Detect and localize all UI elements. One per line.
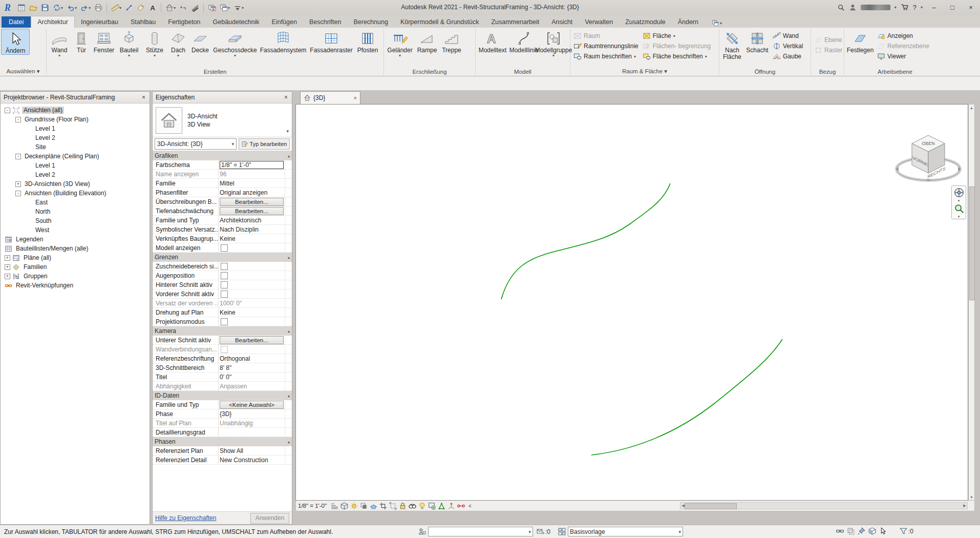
scroll-down-icon[interactable]: ▼ <box>969 494 974 500</box>
show-constraints-button[interactable] <box>457 502 465 510</box>
show-analytical-model-button[interactable] <box>437 502 446 510</box>
section-collapse-chevron-icon[interactable]: ▴ <box>288 154 290 158</box>
ribbon-button-vertikal[interactable]: Vertikal <box>771 41 805 51</box>
property-input-focused[interactable]: 1/8" = 1'-0" <box>220 161 284 169</box>
property-value[interactable]: Anpassen <box>218 382 285 390</box>
dropdown-chevron-icon[interactable]: ▾ <box>552 54 555 57</box>
view-scale-button[interactable]: 1/8" = 1'-0" <box>296 503 330 509</box>
section-collapse-chevron-icon[interactable]: ▴ <box>288 394 290 398</box>
ribbon-tab-ansicht[interactable]: Ansicht <box>545 16 579 28</box>
qat-default-3d-view-button[interactable]: ▾ <box>164 2 177 14</box>
worksets-icon[interactable] <box>418 527 427 536</box>
maximize-button[interactable]: □ <box>945 2 960 13</box>
tree-item-deckenpl-ne-ceiling-plan-[interactable]: -Deckenpläne (Ceiling Plan) <box>1 152 150 161</box>
select-by-face-toggle[interactable] <box>868 527 877 535</box>
tree-item-grundrisse-floor-plan-[interactable]: -Grundrisse (Floor Plan) <box>1 115 150 124</box>
tree-expander-icon[interactable]: - <box>15 117 21 122</box>
view-tab-close-icon[interactable]: × <box>354 95 357 101</box>
user-menu-chevron-icon[interactable]: ▾ <box>894 6 897 9</box>
view-tab-3d[interactable]: {3D} × <box>300 91 360 104</box>
ribbon-tab-verwalten[interactable]: Verwalten <box>579 16 619 28</box>
temporary-view-properties-button[interactable] <box>428 502 436 510</box>
property-value[interactable]: Mittel <box>218 179 285 188</box>
user-name-redacted[interactable] <box>861 5 890 10</box>
model-spline-2[interactable] <box>591 339 782 455</box>
tree-item-bauteillisten-mengen-alle-[interactable]: Bauteillisten/Mengen (alle) <box>1 244 150 253</box>
section-collapse-chevron-icon[interactable]: ▴ <box>288 255 290 260</box>
qat-switch-windows-button[interactable]: ▾ <box>219 2 231 14</box>
tree-item-familien[interactable]: +Familien <box>1 262 150 272</box>
dropdown-chevron-icon[interactable]: ▾ <box>128 54 130 57</box>
ribbon-tab-zusatzmodule[interactable]: Zusatzmodule <box>619 16 672 28</box>
zoom-chevron-icon[interactable]: ▾ <box>958 215 960 218</box>
ribbon-tab-k-rpermodell-grundst-ck[interactable]: Körpermodell & Grundstück <box>394 16 485 28</box>
design-options-icon[interactable] <box>558 527 566 536</box>
property-value[interactable] <box>218 345 285 354</box>
dropdown-chevron-icon[interactable]: ▾ <box>399 54 401 57</box>
ribbon-tab-berechnung[interactable]: Berechnung <box>347 16 394 28</box>
dropdown-chevron-icon[interactable]: ▾ <box>119 6 121 10</box>
property-value[interactable]: Bearbeiten... <box>218 197 285 206</box>
zoom-icon[interactable] <box>953 203 965 214</box>
tree-item-west[interactable]: West <box>1 225 150 235</box>
ribbon-button-raumtrennungslinie[interactable]: Raumtrennungslinie <box>571 41 641 51</box>
properties-section-phasen[interactable]: Phasen▴ <box>153 437 292 446</box>
horizontal-scrollbar-thumb[interactable] <box>685 503 737 509</box>
tree-expander-icon[interactable]: - <box>15 191 21 196</box>
filter-icon[interactable] <box>899 527 908 535</box>
ribbon-button-decke[interactable]: Decke <box>189 29 211 54</box>
visual-style-button[interactable] <box>340 502 349 510</box>
qat-redo-button[interactable]: ▾ <box>79 2 92 14</box>
ribbon-panel-label-datum[interactable]: Bezug <box>811 69 844 75</box>
ribbon-button--ndern[interactable]: Ändern <box>1 29 30 55</box>
tree-item-pl-ne-all-[interactable]: +Pläne (all) <box>1 253 150 262</box>
ribbon-button-wand[interactable]: Wand <box>771 31 805 41</box>
qat-revit-logo-button[interactable]: R <box>3 2 15 14</box>
dropdown-chevron-icon[interactable]: ▾ <box>154 54 156 57</box>
property-value[interactable]: Bearbeiten... <box>218 336 285 344</box>
ribbon-panel-label-build[interactable]: Erstellen <box>47 69 384 75</box>
ribbon-button-fenster[interactable]: Fenster <box>92 29 116 54</box>
qat-measure-button[interactable]: ▾ <box>110 2 122 14</box>
property-value[interactable] <box>218 243 285 252</box>
apply-button[interactable]: Anwenden <box>250 513 289 524</box>
project-browser-header[interactable]: Projektbrowser - Revit-StructuralFraming… <box>1 92 150 104</box>
ribbon-button-dach[interactable]: Dach▾ <box>167 29 189 57</box>
tree-expander-icon[interactable]: - <box>15 154 21 159</box>
tree-item-level-2[interactable]: Level 2 <box>1 170 150 179</box>
detail-level-button[interactable] <box>330 502 339 510</box>
dropdown-chevron-icon[interactable]: ▾ <box>705 55 707 58</box>
ribbon-button-viewer[interactable]: Viewer <box>875 51 931 61</box>
ribbon-button-t-r[interactable]: Tür <box>71 29 92 54</box>
ribbon-button-raum-beschriften[interactable]: Raum beschriften▾ <box>571 51 641 61</box>
tree-item-legenden[interactable]: Legenden <box>1 235 150 244</box>
dropdown-chevron-icon[interactable]: ▾ <box>174 6 176 10</box>
drawing-area[interactable]: OBEN VORNE RECHTS ▾ ▾ <box>295 104 968 501</box>
qat-aligned-dimension-button[interactable] <box>124 2 134 14</box>
project-browser-close-icon[interactable]: × <box>141 94 146 101</box>
model-spline-1[interactable] <box>501 183 670 299</box>
tree-expander-icon[interactable]: + <box>5 264 10 270</box>
tree-item-revit-verkn-pfungen[interactable]: Revit-Verknüpfungen <box>1 281 150 290</box>
ribbon-button-schacht[interactable]: Schacht <box>744 29 771 54</box>
dropdown-chevron-icon[interactable]: ▾ <box>634 55 636 58</box>
property-value[interactable]: <Keine Auswahl> <box>218 400 285 409</box>
property-value[interactable]: 1000' 0" <box>218 299 285 307</box>
tree-item-east[interactable]: East <box>1 198 150 207</box>
property-value[interactable] <box>218 280 285 289</box>
ribbon-button-fassadenraster[interactable]: Fassadenraster <box>308 29 355 54</box>
ribbon-button-festlegen[interactable]: Festlegen <box>845 29 875 54</box>
ribbon-tab-ingenieurbau[interactable]: Ingenieurbau <box>75 16 124 28</box>
dropdown-chevron-icon[interactable]: ▾ <box>61 6 63 10</box>
select-underlay-toggle[interactable] <box>846 527 855 535</box>
ribbon-button-fl-che[interactable]: Fläche▾ <box>641 31 713 41</box>
ribbon-panel-label-circulation[interactable]: Erschließung <box>384 69 475 75</box>
ribbon-button-modellgruppe[interactable]: Modellgruppe▾ <box>539 29 568 57</box>
qat-text-button[interactable]: A <box>147 2 158 14</box>
properties-section-id-daten[interactable]: ID-Daten▴ <box>153 391 292 400</box>
property-value[interactable]: Keine <box>218 234 285 243</box>
property-value[interactable]: Orthogonal <box>218 354 285 363</box>
property-value[interactable]: 0' 0" <box>218 373 285 381</box>
tree-item-level-2[interactable]: Level 2 <box>1 133 150 142</box>
tree-expander-icon[interactable]: - <box>5 108 10 113</box>
